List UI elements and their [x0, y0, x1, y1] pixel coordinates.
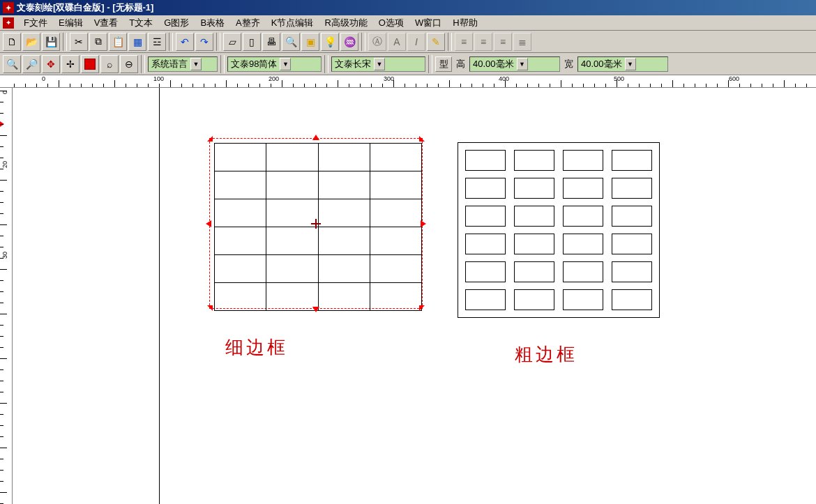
menu-view[interactable]: V查看 [89, 15, 124, 31]
fill-button[interactable] [81, 55, 99, 73]
align-center-icon: ≡ [481, 36, 486, 47]
height-combo[interactable]: 40.00毫米 ▼ [469, 56, 560, 72]
menu-file[interactable]: F文件 [18, 15, 53, 31]
window-title: 文泰刻绘[双碟白金版] - [无标题-1] [17, 1, 153, 14]
ruler-tick-label: 300 [384, 75, 394, 82]
zoom-in-icon: 🔍 [6, 59, 18, 70]
align-left-button[interactable]: ≡ [455, 33, 473, 51]
selection-handle-icon[interactable] [312, 135, 319, 140]
delete-button[interactable]: ▱ [223, 33, 241, 51]
plot-button[interactable]: ♒ [340, 33, 358, 51]
align-center-button[interactable]: ≡ [474, 33, 492, 51]
ruler-tick [650, 84, 651, 87]
zoom-fit-button[interactable]: ✥ [42, 55, 60, 73]
ruler-tick [36, 84, 37, 87]
align-right-button[interactable]: ≡ [494, 33, 512, 51]
zoom-region-button[interactable]: ⌕ [100, 55, 119, 73]
copy-button[interactable]: ⧉ [89, 33, 107, 51]
ruler-tick [0, 481, 3, 482]
ruler-tick [0, 325, 3, 326]
zoom-in-button[interactable]: 🔍 [3, 55, 21, 73]
lang-combo[interactable]: 系统语言 ▼ [148, 56, 218, 72]
thick-border-table[interactable] [458, 142, 660, 318]
toolbar-secondary: 🔍 🔎 ✥ ✢ ⌕ ⊖ 系统语言 ▼ 文泰98简体 ▼ 文泰长宋 ▼ 型 高 4… [0, 53, 816, 75]
selection-handle-icon[interactable] [419, 136, 425, 142]
selection-handle-icon[interactable] [207, 136, 213, 142]
output-button[interactable]: ▣ [301, 33, 319, 51]
print-icon: 🖶 [266, 36, 276, 47]
redo-button[interactable]: ↷ [195, 33, 213, 51]
cut-button[interactable]: ✂ [70, 33, 88, 51]
ruler-tick [0, 224, 7, 225]
selection-handle-icon[interactable] [207, 305, 213, 311]
preview-button[interactable]: 🔍 [282, 33, 300, 51]
height-value: 40.00毫米 [473, 58, 514, 70]
menu-window[interactable]: W窗口 [409, 15, 447, 31]
new-button[interactable]: 🗋 [3, 33, 21, 51]
props-icon: ☲ [153, 36, 162, 47]
ruler-tick [471, 84, 472, 87]
ruler-tick [0, 369, 3, 370]
page-button[interactable]: ▯ [243, 33, 261, 51]
dropdown-arrow-icon: ▼ [190, 58, 202, 70]
menu-node[interactable]: K节点编辑 [266, 15, 319, 31]
selection-handle-icon[interactable] [312, 307, 319, 312]
font2-combo[interactable]: 文泰长宋 ▼ [331, 56, 425, 72]
style-button[interactable]: 型 [435, 56, 452, 72]
paste-button[interactable]: 📋 [109, 33, 127, 51]
ruler-tick [14, 84, 15, 87]
ruler-tick [0, 381, 3, 381]
ruler-tick [81, 84, 82, 87]
separator [220, 55, 225, 73]
move-button[interactable]: ✢ [61, 55, 80, 73]
save-button[interactable]: 💾 [42, 33, 60, 51]
ruler-tick [717, 84, 718, 87]
new-icon: 🗋 [7, 36, 17, 47]
ruler-tick [349, 84, 349, 87]
separator [324, 55, 328, 73]
menu-help[interactable]: H帮助 [447, 15, 483, 31]
zoom-out-button[interactable]: 🔎 [22, 55, 40, 73]
edit-text-button[interactable]: ✎ [427, 33, 445, 51]
selection-rect[interactable] [209, 138, 423, 309]
ruler-tick [47, 84, 48, 87]
ruler-tick [449, 80, 450, 87]
font-button[interactable]: A [388, 33, 406, 51]
open-button[interactable]: 📂 [22, 33, 40, 51]
menu-graphic[interactable]: G图形 [158, 15, 195, 31]
ruler-tick [0, 414, 3, 415]
ruler-tick [0, 314, 7, 314]
print-button[interactable]: 🖶 [262, 33, 280, 51]
menu-table[interactable]: B表格 [195, 15, 230, 31]
caption-thin-border: 细边框 [225, 335, 288, 360]
doc-icon: ✦ [3, 17, 14, 29]
ruler-tick [784, 80, 785, 87]
selection-handle-icon[interactable] [206, 220, 211, 227]
light-button[interactable]: 💡 [321, 33, 339, 51]
menu-text[interactable]: T文本 [123, 15, 158, 31]
align-justify-button[interactable]: ≣ [513, 33, 531, 51]
props-button[interactable]: ☲ [148, 33, 166, 51]
menu-options[interactable]: O选项 [373, 15, 409, 31]
undo-button[interactable]: ↶ [176, 33, 194, 51]
ruler-tick-label: 20 [1, 161, 8, 168]
delete-icon: ▱ [229, 36, 236, 47]
ruler-tick [293, 84, 294, 87]
grid-button[interactable]: ▦ [128, 33, 146, 51]
ruler-tick [527, 84, 528, 87]
menu-arrange[interactable]: A整齐 [230, 15, 266, 31]
text-tool-button[interactable]: Ⓐ [368, 33, 386, 51]
menu-advanced[interactable]: R高级功能 [319, 15, 372, 31]
zoom-actual-button[interactable]: ⊖ [120, 55, 138, 73]
italic-button[interactable]: I [407, 33, 425, 51]
menu-edit[interactable]: E编辑 [53, 15, 89, 31]
ruler-tick [739, 84, 740, 87]
selection-handle-icon[interactable] [421, 220, 426, 227]
ruler-tick [259, 84, 260, 87]
separator [216, 33, 220, 51]
selection-handle-icon[interactable] [419, 305, 425, 311]
canvas[interactable]: 细边框 粗边框 [13, 88, 816, 504]
width-combo[interactable]: 40.00毫米 ▼ [577, 56, 668, 72]
ruler-tick [605, 84, 606, 87]
font1-combo[interactable]: 文泰98简体 ▼ [227, 56, 322, 72]
